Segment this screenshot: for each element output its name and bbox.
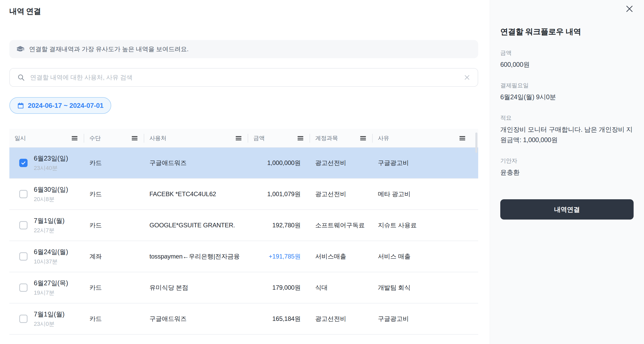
- reason-cell: 구글광고비: [373, 315, 478, 323]
- col-header-reason: 사유: [373, 129, 478, 147]
- datetime-cell: 7월1일(월) 22시7분: [9, 216, 84, 234]
- reason-cell: 메타 광고비: [373, 190, 478, 198]
- page-title: 내역 연결: [9, 6, 478, 17]
- table-row[interactable]: 6월24일(월) 10시37분 계좌 tosspaymen←우리은행|전자금융 …: [9, 241, 478, 272]
- field-value: 600,000원: [500, 59, 634, 70]
- column-menu-icon[interactable]: [72, 136, 77, 141]
- amount-cell: 192,780원: [248, 221, 310, 229]
- transaction-date: 6월24일(월): [34, 248, 68, 256]
- row-checkbox[interactable]: [19, 283, 28, 292]
- reason-cell: 개발팀 회식: [373, 283, 478, 292]
- field-value: 윤충환: [500, 167, 634, 177]
- amount-cell: 179,000원: [248, 283, 310, 292]
- datetime-cell: 6월27일(목) 19시7분: [9, 279, 84, 297]
- graduation-cap-icon: [16, 45, 24, 53]
- panel-title: 연결할 워크플로우 내역: [500, 27, 634, 37]
- method-cell: 카드: [84, 190, 144, 198]
- row-checkbox[interactable]: [19, 252, 28, 261]
- transaction-time: 22시7분: [34, 227, 64, 234]
- amount-cell: +191,785원: [248, 252, 310, 261]
- account-cell: 서비스매출: [310, 252, 373, 261]
- merchant-cell: GOOGLE*GSUITE GRANTER.: [144, 222, 248, 229]
- method-cell: 카드: [84, 221, 144, 229]
- link-transaction-button[interactable]: 내역연결: [500, 199, 634, 220]
- column-menu-icon[interactable]: [459, 136, 465, 141]
- field-label: 기안자: [500, 157, 634, 165]
- method-cell: 카드: [84, 159, 144, 167]
- row-checkbox[interactable]: [19, 159, 28, 167]
- table-row[interactable]: 7월1일(월) 22시7분 카드 GOOGLE*GSUITE GRANTER. …: [9, 210, 478, 241]
- workflow-detail-panel: 연결할 워크플로우 내역 금액 600,000원 결제필요일 6월24일(월) …: [490, 0, 644, 344]
- column-menu-icon[interactable]: [236, 136, 241, 141]
- account-cell: 광고선전비: [310, 159, 373, 167]
- main-area: 내역 연결 연결할 결재내역과 가장 유사도가 높은 내역을 보여드려요.: [0, 0, 490, 344]
- calendar-icon: [17, 102, 24, 109]
- clear-search-icon[interactable]: [464, 74, 470, 81]
- field-payment-due: 결제필요일 6월24일(월) 9시0분: [500, 82, 634, 102]
- col-header-amount: 금액: [248, 129, 310, 147]
- amount-cell: 165,184원: [248, 315, 310, 323]
- table-row[interactable]: 6월23일(일) 23시40분 카드 구글애드워즈 1,000,000원 광고선…: [9, 148, 478, 179]
- reason-cell: 구글광고비: [373, 159, 478, 167]
- transaction-time: 19시7분: [34, 289, 68, 297]
- transaction-time: 10시37분: [34, 258, 68, 266]
- account-cell: 소프트웨어구독료: [310, 221, 373, 229]
- col-header-account: 계정과목: [310, 129, 373, 147]
- table-row[interactable]: 6월30일(일) 20시8분 카드 FACEBK *ETC4C4UL62 1,0…: [9, 179, 478, 210]
- merchant-cell: 유미식당 본점: [144, 283, 248, 292]
- transaction-date: 7월1일(월): [34, 216, 64, 225]
- search-bar: [9, 68, 478, 87]
- transaction-date: 7월1일(월): [34, 310, 64, 319]
- table-row[interactable]: 6월27일(목) 19시7분 카드 유미식당 본점 179,000원 식대 개발…: [9, 272, 478, 303]
- transaction-date: 6월30일(일): [34, 185, 68, 194]
- field-amount: 금액 600,000원: [500, 49, 634, 70]
- link-transaction-screen: 내역 연결 연결할 결재내역과 가장 유사도가 높은 내역을 보여드려요.: [0, 0, 644, 344]
- field-label: 적요: [500, 114, 634, 122]
- close-icon[interactable]: [625, 4, 634, 14]
- amount-cell: 1,001,079원: [248, 190, 310, 198]
- banner-text: 연결할 결재내역과 가장 유사도가 높은 내역을 보여드려요.: [29, 45, 188, 53]
- col-header-method: 수단: [84, 129, 144, 147]
- method-cell: 계좌: [84, 252, 144, 261]
- field-description: 적요 개인장비 모니터 구매합니다. 남은 개인장비 지원금액: 1,000,0…: [500, 114, 634, 145]
- amount-cell: 1,000,000원: [248, 159, 310, 167]
- field-value: 6월24일(월) 9시0분: [500, 92, 634, 102]
- field-label: 금액: [500, 49, 634, 57]
- merchant-cell: FACEBK *ETC4C4UL62: [144, 190, 248, 198]
- row-checkbox[interactable]: [19, 221, 28, 229]
- date-range-label: 2024-06-17 ~ 2024-07-01: [28, 102, 103, 110]
- method-cell: 카드: [84, 283, 144, 292]
- account-cell: 광고선전비: [310, 190, 373, 198]
- table-row[interactable]: 7월1일(월) 23시0분 카드 구글애드워즈 165,184원 광고선전비 구…: [9, 303, 478, 335]
- transaction-time: 23시40분: [34, 164, 68, 172]
- datetime-cell: 6월23일(일) 23시40분: [9, 154, 84, 172]
- table-header: 일시 수단 사용처 금: [9, 129, 478, 148]
- transaction-time: 20시8분: [34, 195, 68, 203]
- datetime-cell: 6월30일(일) 20시8분: [9, 185, 84, 203]
- transaction-date: 6월27일(목): [34, 279, 68, 287]
- reason-cell: 지슈트 사용료: [373, 221, 478, 229]
- column-menu-icon[interactable]: [298, 136, 303, 141]
- field-label: 결제필요일: [500, 82, 634, 89]
- datetime-cell: 6월24일(월) 10시37분: [9, 248, 84, 266]
- transaction-date: 6월23일(일): [34, 154, 68, 163]
- row-checkbox[interactable]: [19, 315, 28, 323]
- column-menu-icon[interactable]: [132, 136, 137, 141]
- reason-cell: 서비스 매출: [373, 252, 478, 261]
- merchant-cell: 구글애드워즈: [144, 159, 248, 167]
- table-scrollbar[interactable]: [475, 133, 477, 153]
- merchant-cell: 구글애드워즈: [144, 315, 248, 323]
- method-cell: 카드: [84, 315, 144, 323]
- transaction-time: 23시0분: [34, 320, 64, 328]
- info-banner: 연결할 결재내역과 가장 유사도가 높은 내역을 보여드려요.: [9, 40, 478, 58]
- column-menu-icon[interactable]: [360, 136, 366, 141]
- date-range-filter[interactable]: 2024-06-17 ~ 2024-07-01: [9, 97, 111, 114]
- table-body: 6월23일(일) 23시40분 카드 구글애드워즈 1,000,000원 광고선…: [9, 148, 478, 335]
- merchant-cell: tosspaymen←우리은행|전자금융: [144, 252, 248, 261]
- row-checkbox[interactable]: [19, 190, 28, 198]
- account-cell: 광고선전비: [310, 315, 373, 323]
- transactions-table: 일시 수단 사용처 금: [9, 129, 478, 335]
- search-input[interactable]: [30, 74, 458, 81]
- field-value: 개인장비 모니터 구매합니다. 남은 개인장비 지원금액: 1,000,000원: [500, 124, 634, 145]
- search-icon: [17, 74, 25, 81]
